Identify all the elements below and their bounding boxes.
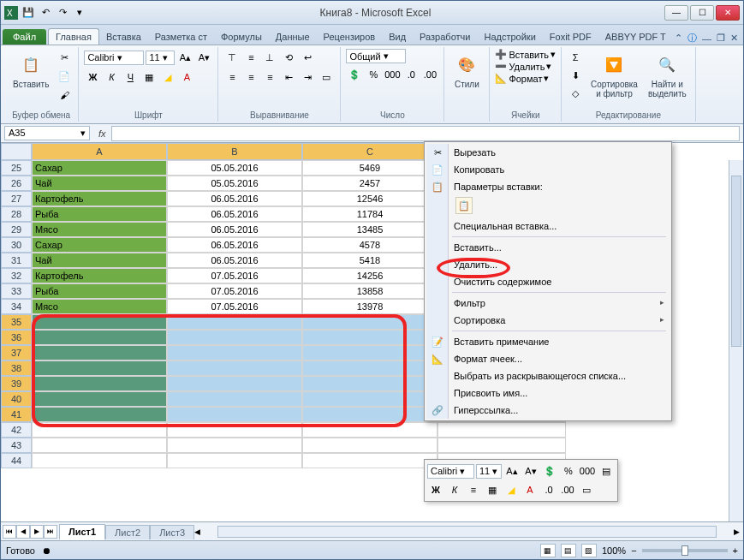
fontsize-combo[interactable]: 11▾ [146, 51, 175, 65]
cell[interactable] [32, 422, 167, 438]
mini-incdec-icon[interactable]: .0 [540, 481, 557, 498]
name-box[interactable]: A35▾ [4, 126, 90, 140]
row-header-34[interactable]: 34 [1, 299, 32, 314]
doc-min-icon[interactable]: — [702, 33, 711, 44]
wrap-icon[interactable]: ↩ [299, 49, 316, 66]
align-bot-icon[interactable]: ⊥ [261, 49, 278, 66]
cell[interactable] [167, 407, 302, 422]
cell[interactable]: 13978 [302, 299, 437, 314]
bold-icon[interactable]: Ж [84, 69, 101, 86]
cell[interactable]: Сахар [32, 160, 167, 176]
mini-shrink-icon[interactable]: A▾ [522, 462, 539, 480]
row-header-38[interactable]: 38 [1, 360, 32, 376]
cell[interactable] [302, 438, 437, 453]
cell[interactable] [302, 422, 437, 438]
format-painter-icon[interactable]: 🖌 [56, 86, 73, 104]
col-header-C[interactable]: C [302, 143, 437, 160]
mini-currency-icon[interactable]: 💲 [541, 462, 558, 480]
mini-merge-icon[interactable]: ▭ [578, 481, 595, 498]
doc-close-icon[interactable]: ✕ [730, 33, 738, 44]
cell[interactable] [302, 360, 437, 376]
zoom-in-icon[interactable]: + [733, 545, 738, 556]
cell[interactable] [32, 407, 167, 422]
cell[interactable]: 5469 [302, 160, 437, 176]
tab-abbyy[interactable]: ABBYY PDF T [598, 29, 673, 45]
menu-comment[interactable]: 📝Вставить примечание [426, 333, 670, 350]
cell[interactable] [167, 360, 302, 376]
cell[interactable] [32, 453, 167, 468]
sheet-nav-prev-icon[interactable]: ◀ [16, 525, 30, 539]
row-header-36[interactable]: 36 [1, 330, 32, 345]
help-icon[interactable]: ⓘ [687, 32, 697, 45]
menu-name[interactable]: Присвоить имя... [426, 384, 670, 402]
menu-delete[interactable]: Удалить... [426, 256, 670, 273]
cell[interactable] [302, 376, 437, 391]
menu-format-cells[interactable]: 📐Формат ячеек... [426, 350, 670, 367]
view-normal-icon[interactable]: ▦ [540, 544, 556, 557]
mini-bold-icon[interactable]: Ж [427, 481, 444, 498]
tab-review[interactable]: Рецензиров [317, 29, 383, 45]
mini-decdec-icon[interactable]: .00 [559, 481, 576, 498]
cell[interactable]: 06.05.2016 [167, 237, 302, 253]
qat-more-icon[interactable]: ▾ [73, 6, 86, 20]
font-color-icon[interactable]: A [178, 69, 195, 86]
comma-icon[interactable]: 000 [384, 66, 401, 83]
align-mid-icon[interactable]: ≡ [242, 49, 259, 66]
cell[interactable]: 06.05.2016 [167, 253, 302, 268]
cell[interactable] [437, 438, 566, 453]
mini-fill-icon[interactable]: ◢ [503, 481, 520, 498]
file-tab[interactable]: Файл [3, 29, 46, 45]
tab-formulas[interactable]: Формулы [214, 29, 269, 45]
cell[interactable] [32, 314, 167, 330]
cell[interactable]: 4578 [302, 237, 437, 253]
cell[interactable] [167, 376, 302, 391]
row-header-43[interactable]: 43 [1, 438, 32, 453]
borders-icon[interactable]: ▦ [140, 69, 158, 86]
cell[interactable] [302, 345, 437, 360]
cell[interactable]: 5418 [302, 253, 437, 268]
redo-icon[interactable]: ↷ [56, 6, 69, 20]
cell[interactable] [32, 330, 167, 345]
view-layout-icon[interactable]: ▤ [561, 544, 576, 557]
ribbon-min-icon[interactable]: ⌃ [675, 33, 682, 44]
cell[interactable]: 07.05.2016 [167, 268, 302, 283]
row-header-37[interactable]: 37 [1, 345, 32, 360]
row-header-25[interactable]: 25 [1, 160, 32, 176]
undo-icon[interactable]: ↶ [39, 6, 52, 20]
zoom-out-icon[interactable]: − [631, 545, 636, 556]
minimize-button[interactable]: — [664, 5, 688, 21]
cell[interactable]: 11784 [302, 206, 437, 222]
cell[interactable]: 2457 [302, 176, 437, 191]
cell[interactable] [32, 360, 167, 376]
mini-border-icon[interactable]: ▦ [484, 481, 501, 498]
copy-icon[interactable]: 📄 [56, 68, 73, 85]
cells-format-button[interactable]: 📐Формат▾ [495, 73, 549, 84]
sheet-nav-last-icon[interactable]: ⏭ [44, 525, 57, 539]
tab-home[interactable]: Главная [48, 28, 99, 45]
cell[interactable]: 06.05.2016 [167, 222, 302, 237]
select-all-corner[interactable] [1, 143, 32, 160]
cell[interactable]: Мясо [32, 222, 167, 237]
cell[interactable]: 06.05.2016 [167, 206, 302, 222]
row-header-40[interactable]: 40 [1, 391, 32, 407]
close-button[interactable]: ✕ [716, 5, 740, 21]
cell[interactable] [32, 376, 167, 391]
orientation-icon[interactable]: ⟲ [280, 49, 297, 66]
tab-foxit[interactable]: Foxit PDF [543, 29, 598, 45]
cut-icon[interactable]: ✂ [56, 49, 73, 66]
font-combo[interactable]: Calibri▾ [84, 51, 144, 65]
cell[interactable]: Сахар [32, 237, 167, 253]
indent-inc-icon[interactable]: ⇥ [299, 69, 316, 86]
cell[interactable] [167, 453, 302, 468]
sheet-tab-3[interactable]: Лист3 [150, 525, 194, 539]
row-header-26[interactable]: 26 [1, 176, 32, 191]
zoom-slider[interactable] [642, 549, 728, 552]
fill-color-icon[interactable]: ◢ [159, 69, 176, 86]
cell[interactable] [302, 314, 437, 330]
menu-hyperlink[interactable]: 🔗Гиперссылка... [426, 402, 670, 419]
cell[interactable] [167, 345, 302, 360]
styles-button[interactable]: 🎨 Стили [449, 49, 484, 91]
menu-clear[interactable]: Очистить содержимое [426, 273, 670, 290]
row-header-35[interactable]: 35 [1, 314, 32, 330]
tab-developer[interactable]: Разработчи [413, 29, 477, 45]
